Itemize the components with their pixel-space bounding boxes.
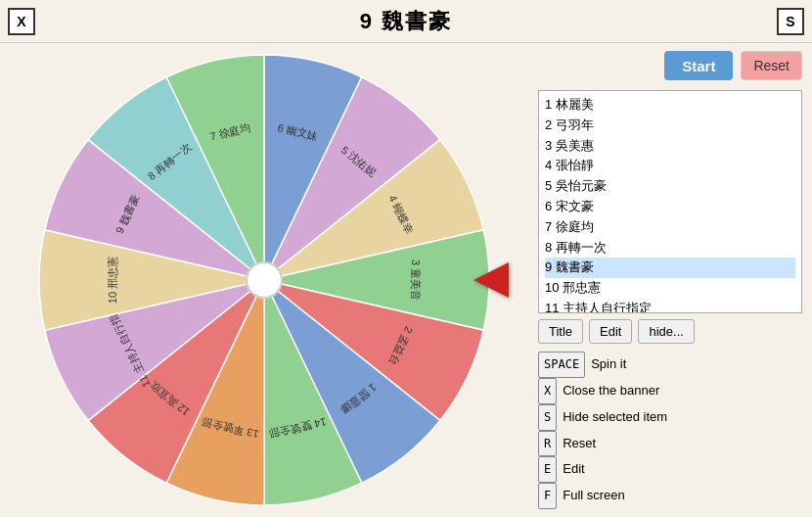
shortcut-label: Full screen: [563, 484, 625, 508]
shortcut-key: SPACE: [538, 352, 585, 378]
shortcut-row: SPACESpin it: [538, 352, 802, 378]
edit-button[interactable]: Edit: [589, 319, 632, 344]
name-list-item[interactable]: 3 吳美惠: [545, 136, 795, 157]
name-list-item[interactable]: 6 宋文豪: [545, 197, 795, 217]
shortcut-row: FFull screen: [538, 483, 802, 509]
shortcut-key: X: [538, 378, 557, 404]
shortcut-row: SHide selected item: [538, 404, 802, 431]
wheel-center: [247, 262, 282, 298]
wheel-svg[interactable]: 6 幽文妹5 沈佑妮4 蝴蝶幸3 童美音2 孟益台1 蠻靈娜14 雙號全部13 …: [29, 45, 499, 515]
shortcut-key: F: [538, 483, 557, 509]
wheel-segment-label: 3 童美音: [410, 259, 422, 301]
title-button[interactable]: Title: [538, 319, 583, 344]
header: X 9 魏書豪 S: [0, 0, 812, 43]
name-list-item[interactable]: 4 張怡靜: [545, 156, 795, 176]
shortcut-row: XClose the banner: [538, 378, 802, 404]
name-list-item[interactable]: 10 邢忠憲: [545, 278, 795, 299]
wheel-pointer: [474, 262, 509, 298]
name-list-item[interactable]: 9 魏書豪: [545, 258, 795, 278]
s-button-header[interactable]: S: [777, 8, 804, 35]
shortcut-label: Hide selected item: [563, 405, 667, 430]
shortcut-key: E: [538, 456, 557, 483]
header-title: 9 魏書豪: [360, 7, 452, 36]
list-buttons: Title Edit hide...: [538, 319, 802, 344]
right-panel: Start Reset 1 林麗美2 弓羽年3 吳美惠4 張怡靜5 吳怡元豪6 …: [528, 43, 812, 517]
shortcut-label: Spin it: [591, 352, 626, 377]
name-list[interactable]: 1 林麗美2 弓羽年3 吳美惠4 張怡靜5 吳怡元豪6 宋文豪7 徐庭均8 再轉…: [538, 90, 802, 313]
name-list-item[interactable]: 7 徐庭均: [545, 217, 795, 238]
main-layout: 6 幽文妹5 沈佑妮4 蝴蝶幸3 童美音2 孟益台1 蠻靈娜14 雙號全部13 …: [0, 43, 812, 517]
wheel-container[interactable]: 6 幽文妹5 沈佑妮4 蝴蝶幸3 童美音2 孟益台1 蠻靈娜14 雙號全部13 …: [29, 45, 499, 515]
hide-button[interactable]: hide...: [638, 319, 694, 344]
name-list-item[interactable]: 1 林麗美: [545, 95, 795, 116]
reset-button[interactable]: Reset: [741, 51, 802, 80]
start-button[interactable]: Start: [664, 51, 733, 80]
wheel-segment-label: 10 邢忠憲: [107, 257, 118, 304]
wheel-area: 6 幽文妹5 沈佑妮4 蝴蝶幸3 童美音2 孟益台1 蠻靈娜14 雙號全部13 …: [0, 43, 528, 517]
shortcut-key: S: [538, 404, 557, 431]
top-buttons: Start Reset: [538, 51, 802, 80]
shortcut-row: RReset: [538, 431, 802, 457]
x-button[interactable]: X: [8, 8, 35, 35]
shortcuts-panel: SPACESpin itXClose the bannerSHide selec…: [538, 352, 802, 509]
name-list-item[interactable]: 11 主持人自行指定: [545, 299, 795, 313]
name-list-item[interactable]: 8 再轉一次: [545, 238, 795, 258]
shortcut-label: Edit: [563, 457, 584, 482]
name-list-item[interactable]: 5 吳怡元豪: [545, 176, 795, 197]
shortcut-key: R: [538, 431, 557, 457]
name-list-item[interactable]: 2 弓羽年: [545, 116, 795, 136]
shortcut-row: EEdit: [538, 456, 802, 483]
shortcut-label: Reset: [563, 432, 596, 456]
shortcut-label: Close the banner: [563, 379, 659, 403]
